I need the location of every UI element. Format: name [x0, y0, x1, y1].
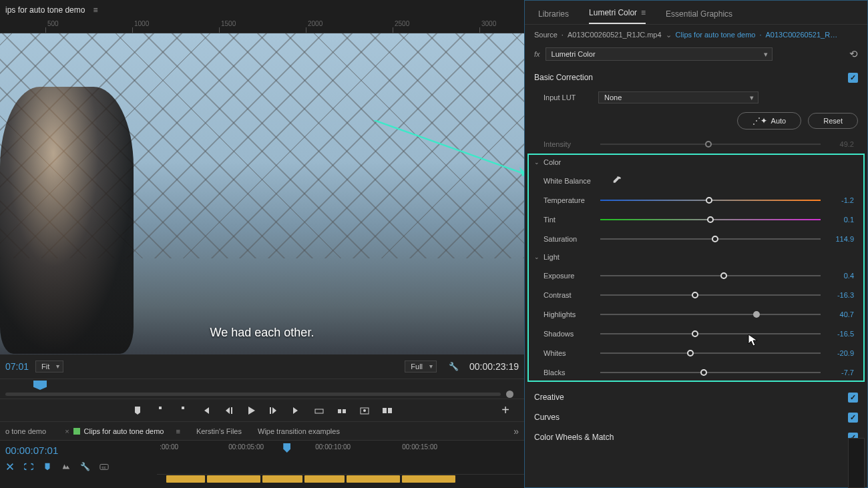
section-enable-checkbox[interactable]: ✓: [848, 73, 858, 83]
export-frame-button[interactable]: [359, 405, 370, 416]
reset-button[interactable]: Reset: [808, 113, 858, 129]
tab-lumetri-color[interactable]: Lumetri Color≡: [589, 8, 646, 24]
light-subsection-header[interactable]: ⌄ Light: [525, 248, 867, 266]
blacks-slider[interactable]: [600, 372, 821, 373]
shadows-slider[interactable]: [600, 333, 821, 334]
sequence-tab-prev[interactable]: o tone demo: [5, 427, 46, 435]
contrast-slider[interactable]: [600, 294, 821, 296]
quality-dropdown[interactable]: Full: [405, 360, 437, 373]
sequence-tab-4[interactable]: Wipe transition examples: [258, 427, 340, 435]
mark-in-button[interactable]: [155, 405, 166, 416]
auto-button[interactable]: ⋰✦Auto: [737, 112, 802, 130]
lift-button[interactable]: [314, 405, 324, 416]
comparison-view-button[interactable]: [382, 405, 393, 416]
settings-icon[interactable]: 🔧: [449, 362, 459, 371]
section-enable-checkbox[interactable]: ✓: [848, 393, 858, 403]
chevron-down-icon[interactable]: ⌄: [666, 31, 672, 39]
extract-button[interactable]: [337, 405, 347, 416]
shadows-value[interactable]: -16.5: [827, 330, 854, 338]
highlights-slider[interactable]: [600, 314, 821, 315]
highlights-value[interactable]: 40.7: [827, 310, 854, 318]
temperature-value[interactable]: -1.2: [827, 196, 854, 204]
sequence-tab-active[interactable]: × Clips for auto tone demo ≡: [62, 427, 180, 435]
program-monitor[interactable]: We had each other.: [0, 33, 524, 354]
section-basic-correction[interactable]: Basic Correction ✓: [525, 67, 867, 87]
panel-menu-icon[interactable]: ≡: [93, 5, 97, 15]
snap-toggle[interactable]: [5, 462, 15, 471]
ruler-tick-label: 1000: [134, 20, 149, 27]
contrast-value[interactable]: -16.3: [827, 291, 854, 299]
highlights-slider-row: Highlights 40.7: [525, 304, 867, 324]
play-button[interactable]: [246, 405, 256, 416]
temperature-slider[interactable]: [600, 200, 821, 201]
section-curves[interactable]: Curves ✓: [525, 407, 867, 427]
sequence-tab-3[interactable]: Kerstin's Files: [196, 427, 242, 435]
timeline-clips-track[interactable]: [157, 474, 524, 483]
add-marker-button[interactable]: [132, 405, 143, 416]
panel-menu-icon[interactable]: ≡: [641, 8, 646, 17]
clip-segment[interactable]: [207, 475, 260, 483]
svg-rect-2: [315, 409, 323, 413]
tab-libraries[interactable]: Libraries: [538, 9, 569, 24]
tint-slider[interactable]: [600, 219, 821, 220]
mark-out-button[interactable]: [178, 405, 188, 416]
ruler-tick-label: 00:00:15:00: [402, 443, 437, 451]
breadcrumb-active-clip[interactable]: A013C00260521_R…: [766, 31, 838, 39]
whites-value[interactable]: -20.9: [827, 349, 854, 357]
close-icon[interactable]: ×: [65, 427, 69, 435]
clip-segment[interactable]: [166, 475, 205, 483]
go-to-out-button[interactable]: [291, 405, 302, 416]
step-forward-button[interactable]: [268, 405, 279, 416]
saturation-value[interactable]: 114.9: [827, 235, 854, 243]
wrench-icon[interactable]: 🔧: [80, 462, 90, 471]
blacks-value[interactable]: -7.7: [827, 369, 854, 377]
tint-value[interactable]: 0.1: [827, 216, 854, 224]
linked-selection-toggle[interactable]: [24, 462, 33, 471]
section-color-wheels[interactable]: Color Wheels & Match ✓: [525, 427, 867, 447]
tab-essential-graphics[interactable]: Essential Graphics: [666, 9, 732, 24]
effect-dropdown[interactable]: Lumetri Color: [546, 47, 773, 61]
playhead-marker[interactable]: [33, 381, 47, 390]
captions-toggle[interactable]: cc: [99, 462, 109, 471]
button-editor-icon[interactable]: +: [501, 403, 509, 418]
clip-segment[interactable]: [304, 475, 345, 483]
go-to-in-button[interactable]: [200, 405, 211, 416]
mini-timeline[interactable]: [0, 379, 524, 399]
tab-overflow-icon[interactable]: »: [513, 426, 519, 437]
ruler-tick-label: 1500: [221, 20, 236, 27]
playhead-icon[interactable]: [283, 443, 290, 453]
timeline-timecode[interactable]: 00:00:07:01: [5, 445, 58, 456]
program-tab-label[interactable]: ips for auto tone demo: [5, 5, 85, 15]
intensity-value[interactable]: 49.2: [827, 140, 854, 148]
exposure-slider[interactable]: [600, 275, 821, 276]
timecode-left[interactable]: 07:01: [5, 361, 29, 372]
timeline-ruler[interactable]: :00:00 00:00:05:00 00:00:10:00 00:00:15:…: [153, 443, 519, 457]
magic-wand-icon: ⋰✦: [752, 116, 767, 126]
intensity-slider-row: Intensity 49.2: [525, 134, 867, 154]
zoom-thumb[interactable]: [506, 391, 513, 398]
zoom-dropdown[interactable]: Fit: [35, 360, 63, 373]
clip-segment[interactable]: [262, 475, 302, 483]
clip-segment[interactable]: [402, 475, 455, 483]
intensity-slider[interactable]: [600, 144, 821, 145]
panel-menu-icon[interactable]: ≡: [176, 427, 180, 435]
top-ruler[interactable]: 500 1000 1500 2000 2500 3000: [0, 20, 524, 33]
color-subsection-header[interactable]: ⌄ Color: [525, 154, 867, 171]
zoom-scrollbar[interactable]: [5, 393, 501, 396]
saturation-slider[interactable]: [600, 238, 821, 240]
timeline-settings-icon[interactable]: [61, 462, 71, 471]
whites-slider[interactable]: [600, 352, 821, 354]
reset-effect-icon[interactable]: ⟲: [849, 48, 858, 60]
section-enable-checkbox[interactable]: ✓: [848, 413, 858, 423]
step-back-button[interactable]: [223, 405, 234, 416]
eyedropper-icon[interactable]: [610, 174, 624, 188]
add-marker-toggle[interactable]: [43, 462, 52, 471]
input-lut-dropdown[interactable]: None: [598, 91, 758, 103]
clip-segment[interactable]: [347, 475, 400, 483]
exposure-value[interactable]: 0.4: [827, 272, 854, 280]
breadcrumb-source-clip[interactable]: A013C00260521_R1JC.mp4: [568, 31, 662, 39]
section-creative[interactable]: Creative ✓: [525, 387, 867, 407]
fx-icon[interactable]: fx: [534, 50, 540, 58]
timecode-right[interactable]: 00:00:23:19: [469, 361, 519, 372]
breadcrumb-sequence[interactable]: Clips for auto tone demo: [676, 31, 756, 39]
